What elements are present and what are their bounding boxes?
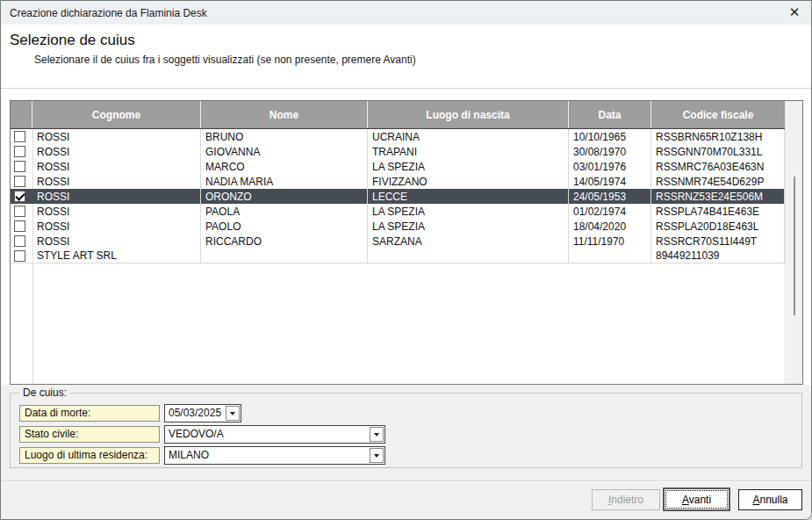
chevron-down-icon[interactable] [370, 448, 384, 463]
cell-luogo: LA SPEZIA [368, 219, 569, 234]
cell-data: 18/04/2020 [569, 219, 651, 234]
table-row[interactable]: ROSSIGIOVANNATRAPANI30/08/1970RSSGNN70M7… [11, 144, 785, 159]
checkbox-unchecked[interactable] [14, 206, 25, 217]
cell-codice-fiscale: RSSNMR74E54D629P [651, 174, 785, 189]
row-checkbox-cell [11, 144, 32, 159]
bottom-panel: De cuius: Data di morte: 05/03/2025 Stat… [1, 385, 811, 520]
annulla-button[interactable]: Annulla [738, 489, 802, 510]
page-subtitle: Selezionare il de cuius fra i soggetti v… [34, 54, 416, 66]
subjects-table: Cognome Nome Luogo di nascita Data Codic… [10, 100, 803, 385]
column-header-cognome[interactable]: Cognome [32, 101, 201, 128]
cell-luogo: TRAPANI [368, 144, 569, 159]
upper-panel: Selezione de cuius Selezionare il de cui… [1, 25, 811, 385]
row-checkbox-cell [11, 204, 32, 219]
cell-cognome: ROSSI [32, 219, 201, 234]
column-header-codice-fiscale[interactable]: Codice fiscale [651, 101, 785, 128]
cell-cognome: STYLE ART SRL [32, 249, 201, 263]
row-checkbox-cell [11, 129, 32, 144]
column-header-data[interactable]: Data [569, 101, 651, 128]
decuius-legend: De cuius: [19, 386, 70, 399]
indietro-button[interactable]: Indietro [592, 489, 660, 510]
cell-data: 24/05/1953 [569, 189, 651, 204]
row-checkbox-cell [11, 249, 32, 263]
row-checkbox-cell [11, 189, 32, 204]
cell-codice-fiscale: RSSRCR70S11I449T [651, 234, 785, 249]
cell-luogo: UCRAINA [368, 129, 569, 144]
subjects-table-main: Cognome Nome Luogo di nascita Data Codic… [11, 101, 785, 384]
checkbox-unchecked[interactable] [14, 220, 25, 232]
cell-data: 14/05/1974 [569, 174, 651, 189]
column-header-nome[interactable]: Nome [201, 101, 368, 128]
cell-data: 03/01/1976 [569, 159, 651, 174]
titlebar: Creazione dichiarazione da Flaminia Desk… [1, 1, 811, 25]
row-checkbox-cell [11, 219, 32, 234]
stato-civile-value: VEDOVO/A [165, 426, 369, 443]
checkbox-unchecked[interactable] [14, 131, 25, 142]
cell-codice-fiscale: RSSBRN65R10Z138H [651, 129, 785, 144]
vertical-scrollbar[interactable] [785, 101, 802, 384]
stato-civile-combobox[interactable]: VEDOVO/A [164, 425, 385, 444]
data-di-morte-value: 05/03/2025 [165, 405, 225, 422]
cell-nome: BRUNO [201, 129, 368, 144]
header-divider [1, 88, 811, 90]
cell-nome: PAOLO [201, 219, 368, 234]
cell-cognome: ROSSI [32, 144, 201, 159]
dialog-window: Creazione dichiarazione da Flaminia Desk… [0, 0, 812, 520]
cell-nome: GIOVANNA [201, 144, 368, 159]
cell-luogo [368, 249, 569, 263]
label-data-di-morte: Data di morte: [19, 405, 160, 422]
checkbox-unchecked[interactable] [14, 176, 25, 187]
avanti-button[interactable]: Avanti [663, 488, 730, 511]
cell-luogo: LECCE [368, 189, 569, 204]
row-checkbox-cell [11, 234, 32, 249]
buttons-divider [1, 480, 811, 482]
label-stato-civile: Stato civile: [19, 426, 160, 443]
cell-codice-fiscale: RSSRNZ53E24E506M [651, 189, 785, 204]
row-checkbox-cell [11, 159, 32, 174]
table-row[interactable]: ROSSIRICCARDOSARZANA11/11/1970RSSRCR70S1… [11, 234, 785, 249]
cell-cognome: ROSSI [32, 204, 201, 219]
cell-codice-fiscale: RSSGNN70M70L331L [651, 144, 785, 159]
table-row[interactable]: ROSSINADIA MARIAFIVIZZANO14/05/1974RSSNM… [11, 174, 785, 189]
cell-nome: PAOLA [201, 204, 368, 219]
checkbox-unchecked[interactable] [14, 161, 25, 172]
cell-cognome: ROSSI [32, 234, 201, 249]
chevron-down-icon[interactable] [226, 406, 240, 421]
cell-cognome: ROSSI [32, 189, 201, 204]
cell-data: 30/08/1970 [569, 144, 651, 159]
luogo-ultima-residenza-combobox[interactable]: MILANO [164, 446, 385, 465]
cell-nome: RICCARDO [201, 234, 368, 249]
column-header-checkbox[interactable] [11, 101, 32, 128]
table-row[interactable]: ROSSIBRUNOUCRAINA10/10/1965RSSBRN65R10Z1… [11, 129, 785, 144]
cell-codice-fiscale: RSSMRC76A03E463N [651, 159, 785, 174]
window-title: Creazione dichiarazione da Flaminia Desk [10, 7, 207, 19]
cell-nome [201, 249, 368, 263]
decuius-fieldset: De cuius: Data di morte: 05/03/2025 Stat… [10, 393, 802, 468]
row-checkbox-cell [11, 174, 32, 189]
label-luogo-ultima-residenza: Luogo di ultima residenza: [19, 447, 160, 464]
cell-data: 11/11/1970 [569, 234, 651, 249]
cell-cognome: ROSSI [32, 159, 201, 174]
scrollbar-thumb[interactable] [794, 177, 795, 315]
table-row[interactable]: ROSSIMARCOLA SPEZIA03/01/1976RSSMRC76A03… [11, 159, 785, 174]
cell-luogo: LA SPEZIA [368, 159, 569, 174]
checkbox-unchecked[interactable] [14, 235, 25, 247]
close-icon[interactable]: ✕ [785, 4, 804, 21]
cell-codice-fiscale: RSSPLA20D18E463L [651, 219, 785, 234]
luogo-ultima-residenza-value: MILANO [165, 447, 369, 464]
checkbox-unchecked[interactable] [14, 250, 25, 262]
chevron-down-icon[interactable] [370, 427, 384, 442]
subjects-table-body: ROSSIBRUNOUCRAINA10/10/1965RSSBRN65R10Z1… [11, 129, 785, 384]
column-header-luogo[interactable]: Luogo di nascita [368, 101, 569, 128]
checkbox-unchecked[interactable] [14, 146, 25, 157]
data-di-morte-combobox[interactable]: 05/03/2025 [164, 404, 241, 422]
table-row[interactable]: ROSSIPAOLOLA SPEZIA18/04/2020RSSPLA20D18… [11, 219, 785, 234]
checkbox-checked[interactable] [14, 191, 25, 202]
table-row[interactable]: ROSSIPAOLALA SPEZIA01/02/1974RSSPLA74B41… [11, 204, 785, 219]
table-row[interactable]: STYLE ART SRL89449211039 [11, 249, 785, 264]
cell-nome: NADIA MARIA [201, 174, 368, 189]
cell-nome: ORONZO [201, 189, 368, 204]
cell-cognome: ROSSI [32, 129, 201, 144]
cell-cognome: ROSSI [32, 174, 201, 189]
table-row[interactable]: ROSSIORONZOLECCE24/05/1953RSSRNZ53E24E50… [11, 189, 785, 204]
